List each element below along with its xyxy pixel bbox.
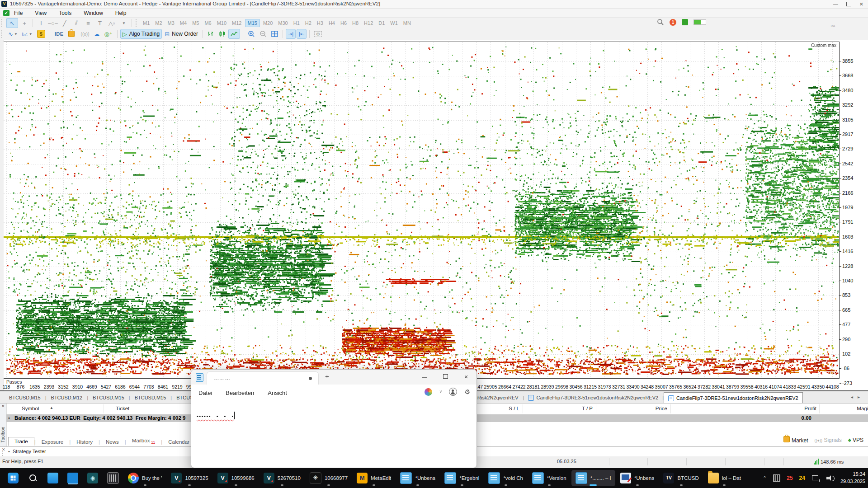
new-order-button[interactable]: ⊞New Order xyxy=(163,29,200,38)
chart-tab-truncated[interactable]: nRisk2N2qwenREV xyxy=(470,395,523,400)
connection-status-icon[interactable] xyxy=(682,19,688,25)
metaeditor-button[interactable]: MMetaEdit xyxy=(353,470,395,486)
ide-button[interactable]: IDE xyxy=(53,29,66,38)
mt5-account-button[interactable]: V10597325 xyxy=(167,470,212,486)
network-icon[interactable] xyxy=(811,474,820,482)
tray-count-yellow[interactable]: 24 xyxy=(799,475,805,481)
toolbox-tab-trade[interactable]: Trade xyxy=(8,437,34,446)
toolbox-panel-label[interactable]: Toolbox xyxy=(0,427,5,442)
notepad-menu-datei[interactable]: Datei xyxy=(198,389,212,396)
tools-dropdown-icon[interactable]: ▼ xyxy=(118,19,129,28)
column-header-ticket[interactable]: Ticket xyxy=(116,406,129,411)
timeframe-D1[interactable]: D1 xyxy=(376,19,387,27)
copy-trading-icon[interactable]: ◎⁺ xyxy=(102,29,114,38)
tray-count-red[interactable]: 25 xyxy=(787,475,793,481)
notepad-menu-bearbeiten[interactable]: Bearbeiten xyxy=(226,389,254,396)
menu-file[interactable]: File xyxy=(14,10,23,16)
chart-type-icon[interactable]: ∿▼ xyxy=(6,29,19,38)
column-header-magic[interactable]: Magic xyxy=(816,406,868,411)
editor-app-button[interactable]: *Unbena xyxy=(616,470,659,486)
column-header-profit[interactable]: Profit xyxy=(762,406,816,411)
timeframe-H3[interactable]: H3 xyxy=(315,19,326,27)
timeframe-M2[interactable]: M2 xyxy=(153,19,164,27)
close-button[interactable]: ✕ xyxy=(859,0,863,8)
cloud-icon[interactable]: ☁ xyxy=(92,29,101,38)
notepad-editor[interactable]: •••••• • • • xyxy=(191,401,476,467)
timeframe-M30[interactable]: M30 xyxy=(276,19,290,27)
mt5-account-button[interactable]: V10599686 xyxy=(213,470,259,486)
tray-chevron-icon[interactable]: ⌃ xyxy=(763,475,767,481)
media-app-button[interactable] xyxy=(83,470,102,486)
signals-toolbar-icon[interactable]: ((o)) xyxy=(79,29,91,38)
notepad-button[interactable]: *........ – I xyxy=(571,470,615,486)
signals-button[interactable]: ((●)) Signals xyxy=(815,437,842,443)
ea-chart-tab[interactable]: CandleFlip7-3DRE3-51new1dostonRisk2N2qwe… xyxy=(664,392,803,404)
vertical-line-tool-icon[interactable]: ǀ xyxy=(36,19,47,28)
timeframe-W1[interactable]: W1 xyxy=(388,19,400,27)
toolbox-close-icon[interactable]: ✕ xyxy=(1,404,5,408)
desktops-button[interactable] xyxy=(63,470,82,486)
chart-tab[interactable]: BTCUSD,M15 xyxy=(88,395,129,400)
speaker-icon[interactable] xyxy=(826,474,834,482)
tradingview-button[interactable]: TVBTCUSD xyxy=(659,470,703,486)
tray-grid-icon[interactable] xyxy=(773,474,780,482)
bar-chart-icon[interactable] xyxy=(206,29,216,38)
tile-windows-icon[interactable] xyxy=(269,29,280,38)
algo-trading-button[interactable]: ▷Algo Trading xyxy=(120,29,162,39)
chart-properties-icon[interactable]: ⚙ xyxy=(312,29,324,38)
new-tab-button[interactable]: + xyxy=(325,372,329,380)
timeframe-H1[interactable]: H1 xyxy=(291,19,302,27)
menu-view[interactable]: View xyxy=(35,10,47,16)
notepad-button[interactable]: *Version xyxy=(528,470,571,486)
horizontal-line-tool-icon[interactable]: −○− xyxy=(47,19,58,28)
timeframe-M6[interactable]: M6 xyxy=(202,19,213,27)
menu-help[interactable]: Help xyxy=(115,10,127,16)
text-tool-icon[interactable]: T xyxy=(94,19,105,28)
zoom-out-icon[interactable] xyxy=(258,29,269,38)
copilot-icon[interactable] xyxy=(425,388,432,396)
chart-tab[interactable]: BTCUSD,M15 xyxy=(5,395,45,400)
search-button[interactable] xyxy=(24,470,42,486)
timeframe-M1[interactable]: M1 xyxy=(141,19,152,27)
timeframe-H2[interactable]: H2 xyxy=(303,19,314,27)
timeframe-M3[interactable]: M3 xyxy=(165,19,177,27)
timeframe-MN[interactable]: MN xyxy=(401,19,413,27)
menu-tools[interactable]: Tools xyxy=(59,10,71,16)
trendline-tool-icon[interactable]: ╱ xyxy=(59,19,70,28)
timeframe-H12[interactable]: H12 xyxy=(362,19,375,27)
widgets-app-button[interactable] xyxy=(103,470,123,486)
maximize-button[interactable] xyxy=(846,2,851,6)
timeframe-M12[interactable]: M12 xyxy=(230,19,244,27)
vps-button[interactable]: ♠ VPS xyxy=(848,436,863,443)
mt5-account-button[interactable]: V52670510 xyxy=(259,470,305,486)
notepad-maximize-button[interactable] xyxy=(435,370,456,384)
toolbox-tab-mailbox[interactable]: Mailbox 11 xyxy=(126,436,161,446)
tester-grip[interactable] xyxy=(2,451,3,456)
search-icon[interactable] xyxy=(657,19,664,26)
chart-tab[interactable]: BTCUSD,M15 xyxy=(130,395,171,400)
menu-window[interactable]: Window xyxy=(84,10,103,16)
timeframe-H6[interactable]: H6 xyxy=(338,19,349,27)
minimize-button[interactable]: — xyxy=(833,0,838,8)
dock-right-icon[interactable]: ⇥| xyxy=(286,29,296,39)
channel-tool-icon[interactable]: ⫽ xyxy=(71,19,82,28)
toolbox-tab-history[interactable]: History xyxy=(71,438,99,446)
notepad-button[interactable]: *void Ch xyxy=(484,470,527,486)
task-view-button[interactable] xyxy=(43,470,62,486)
zoom-in-icon[interactable] xyxy=(246,29,257,38)
toolbox-tab-news[interactable]: News xyxy=(100,438,125,446)
candle-chart-icon[interactable] xyxy=(217,29,227,38)
market-button[interactable]: Market xyxy=(783,436,808,444)
column-header-tp[interactable]: T / P xyxy=(538,406,593,411)
column-header-price[interactable]: Price xyxy=(613,406,667,411)
timeframe-H8[interactable]: H8 xyxy=(350,19,361,27)
notepad-button[interactable]: *Unbena xyxy=(396,470,439,486)
strategy-tester-label[interactable]: Strategy Tester xyxy=(13,449,46,454)
start-button[interactable] xyxy=(4,470,23,486)
explorer-button[interactable]: lol – Dat xyxy=(704,470,745,486)
timeframe-M5[interactable]: M5 xyxy=(190,19,201,27)
chart-tab[interactable]: BTCUSD,M12 xyxy=(47,395,87,400)
app-button[interactable]: ✳10668977 xyxy=(306,470,352,486)
notepad-button[interactable]: *Ergebni xyxy=(440,470,483,486)
notepad-minimize-button[interactable]: — xyxy=(414,370,435,384)
